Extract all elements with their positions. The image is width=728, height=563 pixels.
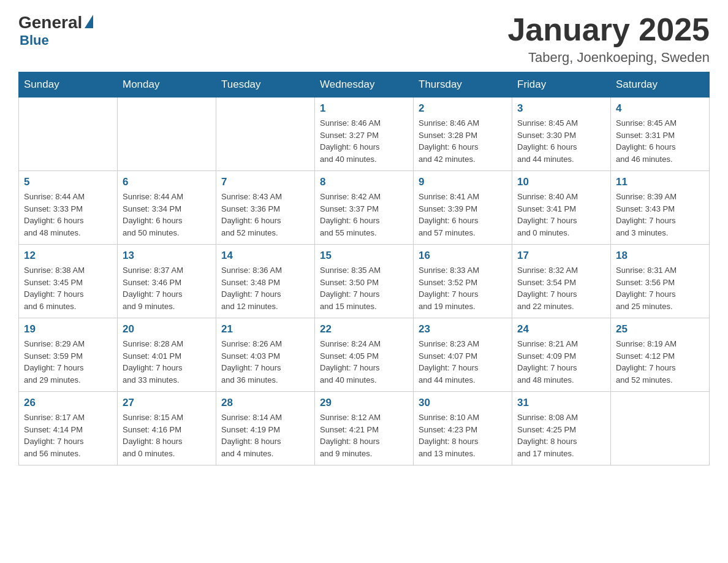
day-number: 2 xyxy=(419,102,507,115)
day-info: Sunrise: 8:46 AM Sunset: 3:27 PM Dayligh… xyxy=(320,117,408,165)
day-info: Sunrise: 8:44 AM Sunset: 3:34 PM Dayligh… xyxy=(123,191,211,239)
page-header: General Blue January 2025 Taberg, Joenko… xyxy=(18,12,710,66)
calendar-cell: 10Sunrise: 8:40 AM Sunset: 3:41 PM Dayli… xyxy=(512,171,611,245)
calendar-cell: 8Sunrise: 8:42 AM Sunset: 3:37 PM Daylig… xyxy=(315,171,414,245)
calendar-header-row: SundayMondayTuesdayWednesdayThursdayFrid… xyxy=(19,72,710,98)
logo-general-text: General xyxy=(18,13,82,33)
calendar-cell xyxy=(611,392,710,465)
day-number: 6 xyxy=(123,176,211,188)
day-number: 18 xyxy=(616,250,704,262)
calendar-cell: 29Sunrise: 8:12 AM Sunset: 4:21 PM Dayli… xyxy=(315,392,414,465)
day-info: Sunrise: 8:33 AM Sunset: 3:52 PM Dayligh… xyxy=(419,264,507,312)
calendar-cell: 11Sunrise: 8:39 AM Sunset: 3:43 PM Dayli… xyxy=(611,171,710,245)
logo-triangle-icon xyxy=(85,15,93,28)
day-info: Sunrise: 8:10 AM Sunset: 4:23 PM Dayligh… xyxy=(419,412,507,459)
day-info: Sunrise: 8:26 AM Sunset: 4:03 PM Dayligh… xyxy=(221,338,309,386)
day-info: Sunrise: 8:29 AM Sunset: 3:59 PM Dayligh… xyxy=(24,338,112,386)
day-info: Sunrise: 8:39 AM Sunset: 3:43 PM Dayligh… xyxy=(616,191,704,239)
day-number: 21 xyxy=(221,323,309,335)
calendar-week-2: 5Sunrise: 8:44 AM Sunset: 3:33 PM Daylig… xyxy=(19,171,710,245)
calendar-cell: 26Sunrise: 8:17 AM Sunset: 4:14 PM Dayli… xyxy=(19,392,118,465)
day-number: 31 xyxy=(517,397,605,409)
calendar-cell: 5Sunrise: 8:44 AM Sunset: 3:33 PM Daylig… xyxy=(19,171,118,245)
calendar-cell: 1Sunrise: 8:46 AM Sunset: 3:27 PM Daylig… xyxy=(315,98,414,171)
calendar-cell xyxy=(216,98,315,171)
calendar-cell: 31Sunrise: 8:08 AM Sunset: 4:25 PM Dayli… xyxy=(512,392,611,465)
calendar-week-1: 1Sunrise: 8:46 AM Sunset: 3:27 PM Daylig… xyxy=(19,98,710,171)
calendar-cell xyxy=(118,98,216,171)
day-info: Sunrise: 8:45 AM Sunset: 3:31 PM Dayligh… xyxy=(616,117,704,165)
calendar-week-4: 19Sunrise: 8:29 AM Sunset: 3:59 PM Dayli… xyxy=(19,318,710,392)
day-info: Sunrise: 8:23 AM Sunset: 4:07 PM Dayligh… xyxy=(419,338,507,386)
day-info: Sunrise: 8:42 AM Sunset: 3:37 PM Dayligh… xyxy=(320,191,408,239)
calendar-cell xyxy=(19,98,118,171)
calendar-cell: 12Sunrise: 8:38 AM Sunset: 3:45 PM Dayli… xyxy=(19,245,118,318)
calendar-cell: 20Sunrise: 8:28 AM Sunset: 4:01 PM Dayli… xyxy=(118,318,216,392)
day-info: Sunrise: 8:43 AM Sunset: 3:36 PM Dayligh… xyxy=(221,191,309,239)
calendar-cell: 30Sunrise: 8:10 AM Sunset: 4:23 PM Dayli… xyxy=(414,392,512,465)
calendar-cell: 16Sunrise: 8:33 AM Sunset: 3:52 PM Dayli… xyxy=(414,245,512,318)
calendar-header-sunday: Sunday xyxy=(19,72,118,98)
day-number: 9 xyxy=(419,176,507,188)
day-number: 30 xyxy=(419,397,507,409)
calendar-week-5: 26Sunrise: 8:17 AM Sunset: 4:14 PM Dayli… xyxy=(19,392,710,465)
day-number: 3 xyxy=(517,102,605,115)
day-number: 5 xyxy=(24,176,112,188)
calendar-table: SundayMondayTuesdayWednesdayThursdayFrid… xyxy=(18,72,710,465)
title-section: January 2025 Taberg, Joenkoeping, Sweden xyxy=(507,12,710,66)
day-info: Sunrise: 8:38 AM Sunset: 3:45 PM Dayligh… xyxy=(24,264,112,312)
calendar-cell: 3Sunrise: 8:45 AM Sunset: 3:30 PM Daylig… xyxy=(512,98,611,171)
location-subtitle: Taberg, Joenkoeping, Sweden xyxy=(507,50,710,66)
day-info: Sunrise: 8:41 AM Sunset: 3:39 PM Dayligh… xyxy=(419,191,507,239)
calendar-cell: 28Sunrise: 8:14 AM Sunset: 4:19 PM Dayli… xyxy=(216,392,315,465)
calendar-cell: 21Sunrise: 8:26 AM Sunset: 4:03 PM Dayli… xyxy=(216,318,315,392)
calendar-cell: 22Sunrise: 8:24 AM Sunset: 4:05 PM Dayli… xyxy=(315,318,414,392)
calendar-header-friday: Friday xyxy=(512,72,611,98)
day-number: 7 xyxy=(221,176,309,188)
calendar-cell: 4Sunrise: 8:45 AM Sunset: 3:31 PM Daylig… xyxy=(611,98,710,171)
day-number: 16 xyxy=(419,250,507,262)
day-info: Sunrise: 8:17 AM Sunset: 4:14 PM Dayligh… xyxy=(24,412,112,459)
day-info: Sunrise: 8:44 AM Sunset: 3:33 PM Dayligh… xyxy=(24,191,112,239)
day-info: Sunrise: 8:40 AM Sunset: 3:41 PM Dayligh… xyxy=(517,191,605,239)
day-info: Sunrise: 8:12 AM Sunset: 4:21 PM Dayligh… xyxy=(320,412,408,459)
calendar-cell: 19Sunrise: 8:29 AM Sunset: 3:59 PM Dayli… xyxy=(19,318,118,392)
day-info: Sunrise: 8:37 AM Sunset: 3:46 PM Dayligh… xyxy=(123,264,211,312)
calendar-cell: 15Sunrise: 8:35 AM Sunset: 3:50 PM Dayli… xyxy=(315,245,414,318)
day-number: 28 xyxy=(221,397,309,409)
calendar-cell: 7Sunrise: 8:43 AM Sunset: 3:36 PM Daylig… xyxy=(216,171,315,245)
logo: General Blue xyxy=(18,12,93,48)
day-number: 4 xyxy=(616,102,704,115)
logo-blue-text: Blue xyxy=(20,33,49,48)
calendar-header-tuesday: Tuesday xyxy=(216,72,315,98)
calendar-week-3: 12Sunrise: 8:38 AM Sunset: 3:45 PM Dayli… xyxy=(19,245,710,318)
day-number: 13 xyxy=(123,250,211,262)
calendar-cell: 24Sunrise: 8:21 AM Sunset: 4:09 PM Dayli… xyxy=(512,318,611,392)
day-number: 10 xyxy=(517,176,605,188)
calendar-header-wednesday: Wednesday xyxy=(315,72,414,98)
day-info: Sunrise: 8:14 AM Sunset: 4:19 PM Dayligh… xyxy=(221,412,309,459)
calendar-cell: 9Sunrise: 8:41 AM Sunset: 3:39 PM Daylig… xyxy=(414,171,512,245)
day-number: 11 xyxy=(616,176,704,188)
calendar-header-saturday: Saturday xyxy=(611,72,710,98)
day-number: 22 xyxy=(320,323,408,335)
day-info: Sunrise: 8:32 AM Sunset: 3:54 PM Dayligh… xyxy=(517,264,605,312)
day-number: 1 xyxy=(320,102,408,115)
day-info: Sunrise: 8:08 AM Sunset: 4:25 PM Dayligh… xyxy=(517,412,605,459)
day-number: 29 xyxy=(320,397,408,409)
day-info: Sunrise: 8:35 AM Sunset: 3:50 PM Dayligh… xyxy=(320,264,408,312)
calendar-cell: 27Sunrise: 8:15 AM Sunset: 4:16 PM Dayli… xyxy=(118,392,216,465)
calendar-cell: 17Sunrise: 8:32 AM Sunset: 3:54 PM Dayli… xyxy=(512,245,611,318)
calendar-header-thursday: Thursday xyxy=(414,72,512,98)
calendar-cell: 2Sunrise: 8:46 AM Sunset: 3:28 PM Daylig… xyxy=(414,98,512,171)
day-number: 8 xyxy=(320,176,408,188)
calendar-cell: 23Sunrise: 8:23 AM Sunset: 4:07 PM Dayli… xyxy=(414,318,512,392)
day-number: 23 xyxy=(419,323,507,335)
day-info: Sunrise: 8:45 AM Sunset: 3:30 PM Dayligh… xyxy=(517,117,605,165)
day-info: Sunrise: 8:15 AM Sunset: 4:16 PM Dayligh… xyxy=(123,412,211,459)
day-number: 14 xyxy=(221,250,309,262)
calendar-cell: 13Sunrise: 8:37 AM Sunset: 3:46 PM Dayli… xyxy=(118,245,216,318)
calendar-cell: 25Sunrise: 8:19 AM Sunset: 4:12 PM Dayli… xyxy=(611,318,710,392)
day-number: 15 xyxy=(320,250,408,262)
calendar-header-monday: Monday xyxy=(118,72,216,98)
